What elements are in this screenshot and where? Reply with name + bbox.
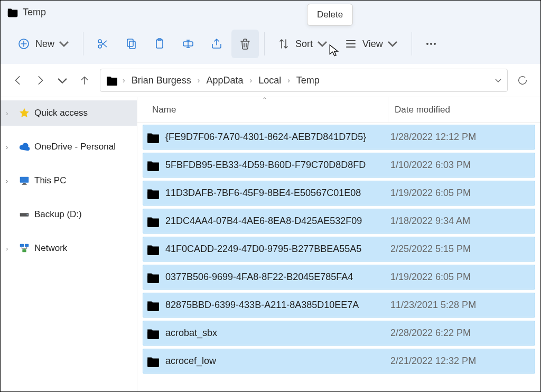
sidebar-label: This PC xyxy=(34,175,66,186)
svg-rect-17 xyxy=(25,244,29,247)
file-name: {FE9D7F06-7A70-4301-8624-AEB7D841D7D5} xyxy=(165,132,387,143)
file-name: 0377B506-9699-4FA8-8F22-B2045E785FA4 xyxy=(165,272,387,283)
file-date: 1/10/2022 6:03 PM xyxy=(387,160,471,171)
sidebar-item-onedrive[interactable]: › OneDrive - Personal xyxy=(1,134,137,160)
file-date: 1/28/2022 12:12 PM xyxy=(387,132,476,143)
chevron-down-icon xyxy=(386,38,399,50)
separator xyxy=(83,32,83,55)
file-date: 2/28/2022 6:22 PM xyxy=(387,328,471,339)
sidebar-item-backup[interactable]: › Backup (D:) xyxy=(1,202,137,227)
breadcrumb-item[interactable]: AppData xyxy=(204,75,245,86)
svg-point-9 xyxy=(430,43,432,45)
column-date[interactable]: Date modified xyxy=(388,97,450,122)
file-list[interactable]: {FE9D7F06-7A70-4301-8624-AEB7D841D7D5}1/… xyxy=(137,123,540,391)
folder-icon xyxy=(146,214,160,228)
more-button[interactable] xyxy=(417,30,445,58)
clipboard-icon xyxy=(153,38,166,50)
recent-button[interactable] xyxy=(51,69,73,91)
sidebar-item-this-pc[interactable]: › This PC xyxy=(1,168,137,193)
folder-icon xyxy=(146,130,160,144)
sidebar-label: Backup (D:) xyxy=(34,209,82,220)
breadcrumb-item[interactable]: Local xyxy=(256,75,283,86)
separator xyxy=(264,32,265,55)
folder-icon xyxy=(146,354,160,368)
file-name: 5FBFDB95-EB33-4D59-B60D-F79C70D8D8FD xyxy=(165,160,387,171)
sort-button[interactable]: Sort xyxy=(270,30,336,58)
file-date: 1/19/2022 6:05 PM xyxy=(387,272,471,283)
back-button[interactable] xyxy=(7,69,29,91)
refresh-icon xyxy=(517,74,528,86)
drive-icon xyxy=(18,209,30,220)
refresh-button[interactable] xyxy=(511,69,534,92)
cloud-icon xyxy=(18,141,30,153)
svg-rect-11 xyxy=(20,177,29,183)
expand-chevron-icon[interactable]: › xyxy=(6,109,14,117)
view-button[interactable]: View xyxy=(337,30,406,58)
table-row[interactable]: 41F0CADD-2249-47D0-9795-B277BBEA55A52/25… xyxy=(143,237,535,262)
table-row[interactable]: {FE9D7F06-7A70-4301-8624-AEB7D841D7D5}1/… xyxy=(143,125,535,150)
monitor-icon xyxy=(18,175,30,186)
main: › Quick access › OneDrive - Personal › T… xyxy=(1,97,540,391)
expand-chevron-icon[interactable]: › xyxy=(6,177,14,185)
trash-icon xyxy=(239,38,251,50)
sidebar-item-quick-access[interactable]: › Quick access xyxy=(1,100,137,126)
table-row[interactable]: acrocef_low2/21/2022 12:32 PM xyxy=(143,349,535,374)
sidebar: › Quick access › OneDrive - Personal › T… xyxy=(1,97,137,391)
sidebar-label: Quick access xyxy=(34,108,88,118)
file-name: 82875BBD-6399-433B-A211-8A385D10EE7A xyxy=(165,300,387,311)
breadcrumb-item[interactable]: Brian Burgess xyxy=(129,75,193,86)
file-date: 1/18/2022 9:34 AM xyxy=(387,216,470,227)
svg-rect-12 xyxy=(23,183,26,184)
table-row[interactable]: acrobat_sbx2/28/2022 6:22 PM xyxy=(143,321,535,346)
column-header[interactable]: ⌃ Name Date modified xyxy=(137,97,540,123)
expand-chevron-icon[interactable]: › xyxy=(6,143,14,151)
column-name[interactable]: Name xyxy=(137,105,388,115)
copy-button[interactable] xyxy=(117,30,145,58)
view-label: View xyxy=(362,39,383,50)
rename-icon xyxy=(182,38,194,50)
svg-rect-4 xyxy=(129,41,135,49)
share-icon xyxy=(210,38,223,50)
up-button[interactable] xyxy=(73,69,96,91)
expand-chevron-icon[interactable]: › xyxy=(6,245,14,253)
sidebar-label: Network xyxy=(34,243,67,254)
breadcrumb-sep: › xyxy=(248,76,253,85)
breadcrumb-sep: › xyxy=(286,76,291,85)
table-row[interactable]: 0377B506-9699-4FA8-8F22-B2045E785FA41/19… xyxy=(143,265,535,290)
table-row[interactable]: 5FBFDB95-EB33-4D59-B60D-F79C70D8D8FD1/10… xyxy=(143,153,535,178)
sidebar-item-network[interactable]: › Network xyxy=(1,236,137,261)
new-button[interactable]: New xyxy=(10,30,78,58)
paste-button[interactable] xyxy=(146,30,173,58)
svg-rect-16 xyxy=(20,244,24,247)
breadcrumb[interactable]: › Brian Burgess › AppData › Local › Temp xyxy=(100,69,508,92)
folder-icon xyxy=(7,6,18,18)
breadcrumb-item[interactable]: Temp xyxy=(294,75,322,86)
file-date: 1/19/2022 6:05 PM xyxy=(387,188,471,199)
share-button[interactable] xyxy=(203,30,230,58)
sort-label: Sort xyxy=(295,39,313,50)
svg-point-1 xyxy=(98,45,101,48)
file-name: acrocef_low xyxy=(165,356,387,367)
content-pane: ⌃ Name Date modified {FE9D7F06-7A70-4301… xyxy=(137,97,540,391)
svg-point-15 xyxy=(26,214,27,215)
folder-icon xyxy=(146,270,160,284)
toolbar: New Sort View xyxy=(1,24,540,64)
rename-button[interactable] xyxy=(174,30,202,58)
table-row[interactable]: 21DC4AA4-07B4-4AE6-8EA8-D425AE532F091/18… xyxy=(143,209,535,234)
separator xyxy=(412,32,412,55)
table-row[interactable]: 82875BBD-6399-433B-A211-8A385D10EE7A11/2… xyxy=(143,293,535,318)
folder-icon xyxy=(146,326,160,340)
view-list-icon xyxy=(344,38,357,50)
svg-rect-18 xyxy=(22,249,26,253)
table-row[interactable]: 11D3DAFB-7BF6-45F9-8BE4-E50567C01E081/19… xyxy=(143,181,535,206)
breadcrumb-sep: › xyxy=(197,76,201,85)
new-label: New xyxy=(35,39,54,50)
title-bar: Temp xyxy=(1,1,540,24)
cut-button[interactable] xyxy=(89,30,116,58)
svg-rect-13 xyxy=(22,184,26,184)
delete-button[interactable] xyxy=(231,30,259,58)
forward-button[interactable] xyxy=(29,69,51,91)
chevron-down-icon[interactable] xyxy=(495,77,502,84)
sort-indicator-icon: ⌃ xyxy=(262,96,267,104)
sort-icon xyxy=(277,38,290,50)
